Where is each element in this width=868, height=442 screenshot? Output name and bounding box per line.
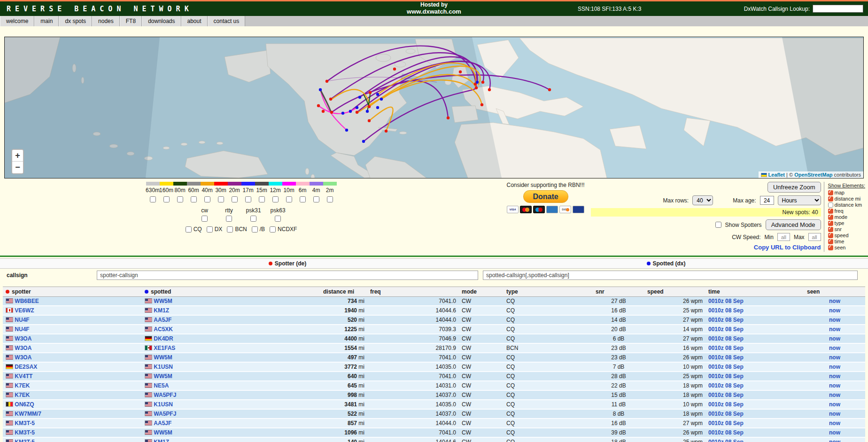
spotted-callsign-link[interactable]: NE5A	[154, 382, 169, 389]
spotted-callsign-link[interactable]: DK4DR	[154, 335, 173, 342]
spotter-callsign-link[interactable]: KW7MM/7	[15, 411, 41, 417]
type-checkbox-B[interactable]	[252, 226, 258, 233]
nav-tab-welcome[interactable]: welcome	[0, 16, 34, 26]
time-link[interactable]: 0010z 08 Sep	[708, 307, 744, 314]
seen-link[interactable]: now	[829, 439, 840, 442]
seen-link[interactable]: now	[829, 317, 840, 323]
advanced-mode-button[interactable]: Advanced Mode	[766, 219, 821, 230]
seen-link[interactable]: now	[829, 392, 840, 398]
spotted-callsign-link[interactable]: AA5JF	[154, 317, 171, 323]
checkbox-type[interactable]	[828, 221, 833, 226]
checkbox-snr[interactable]	[828, 227, 833, 232]
band-checkbox-15m[interactable]	[259, 196, 265, 202]
seen-link[interactable]: now	[829, 354, 840, 361]
spotter-callsign-link[interactable]: WB6BEE	[15, 298, 39, 304]
type-checkbox-BCN[interactable]	[227, 226, 233, 233]
seen-link[interactable]: now	[829, 429, 840, 436]
band-checkbox-10m[interactable]	[286, 196, 292, 202]
type-checkbox-DX[interactable]	[207, 226, 213, 233]
donate-button[interactable]: Donate	[523, 190, 568, 203]
spotted-callsign-link[interactable]: K1USN	[154, 401, 173, 408]
spotter-callsign-link[interactable]: W3OA	[15, 354, 31, 361]
type-checkbox-CQ[interactable]	[186, 226, 192, 233]
spotter-callsign-link[interactable]: KM3T-5	[15, 439, 35, 442]
time-link[interactable]: 0010z 08 Sep	[708, 401, 744, 408]
band-checkbox-30m[interactable]	[218, 196, 224, 202]
band-checkbox-60m[interactable]	[191, 196, 197, 202]
spotted-callsign-link[interactable]: WA5PFJ	[154, 411, 176, 417]
spotter-callsign-input[interactable]	[97, 271, 478, 280]
seen-link[interactable]: now	[829, 298, 840, 304]
checkbox-map[interactable]	[828, 190, 833, 195]
seen-link[interactable]: now	[829, 411, 840, 417]
time-link[interactable]: 0010z 08 Sep	[708, 439, 744, 442]
spotted-callsign-link[interactable]: XE1FAS	[154, 345, 175, 351]
checkbox-freq[interactable]	[828, 209, 833, 214]
spotted-callsign-link[interactable]: KM1Z	[154, 439, 169, 442]
time-link[interactable]: 0010z 08 Sep	[708, 411, 744, 417]
checkbox-mode[interactable]	[828, 215, 833, 220]
time-link[interactable]: 0010z 08 Sep	[708, 382, 744, 389]
seen-link[interactable]: now	[829, 335, 840, 342]
band-checkbox-20m[interactable]	[232, 196, 238, 202]
checkbox-seen[interactable]	[828, 245, 833, 250]
time-link[interactable]: 0010z 08 Sep	[708, 420, 744, 426]
spotted-callsign-link[interactable]: AC5XK	[154, 326, 173, 333]
spotted-callsign-link[interactable]: WW5M	[154, 429, 172, 436]
seen-link[interactable]: now	[829, 307, 840, 314]
zoom-out-button[interactable]: −	[12, 162, 23, 173]
cw-speed-min-input[interactable]	[777, 233, 790, 241]
spotted-callsign-input[interactable]	[483, 271, 858, 280]
spotted-callsign-link[interactable]: K1USN	[154, 364, 173, 370]
time-link[interactable]: 0010z 08 Sep	[708, 326, 744, 333]
seen-link[interactable]: now	[829, 345, 840, 351]
time-link[interactable]: 0010z 08 Sep	[708, 298, 744, 304]
leaflet-link[interactable]: Leaflet	[768, 172, 785, 178]
nav-tab-nodes[interactable]: nodes	[92, 16, 120, 26]
spotter-callsign-link[interactable]: NU4F	[15, 326, 29, 333]
type-checkbox-NCDXF[interactable]	[270, 226, 276, 233]
nav-tab-downloads[interactable]: downloads	[142, 16, 181, 26]
mode-checkbox-psk31[interactable]	[250, 216, 256, 222]
band-checkbox-630m[interactable]	[150, 196, 156, 202]
mode-checkbox-psk63[interactable]	[275, 216, 281, 222]
spotter-callsign-link[interactable]: KM3T-5	[15, 429, 35, 436]
callsign-lookup-input[interactable]	[813, 5, 863, 13]
time-link[interactable]: 0010z 08 Sep	[708, 335, 744, 342]
time-link[interactable]: 0010z 08 Sep	[708, 364, 744, 370]
checkbox-distance-km[interactable]	[828, 202, 833, 208]
seen-link[interactable]: now	[829, 326, 840, 333]
band-checkbox-6m[interactable]	[300, 196, 306, 202]
spotted-callsign-link[interactable]: KM1Z	[154, 307, 169, 314]
cw-speed-max-input[interactable]	[808, 233, 821, 241]
max-rows-select[interactable]: 40	[692, 195, 713, 205]
spotter-callsign-link[interactable]: K7EK	[15, 382, 30, 389]
seen-link[interactable]: now	[829, 373, 840, 380]
spotted-callsign-link[interactable]: WW5M	[154, 354, 172, 361]
time-link[interactable]: 0010z 08 Sep	[708, 354, 744, 361]
spotter-callsign-link[interactable]: KV4TT	[15, 373, 32, 380]
time-link[interactable]: 0010z 08 Sep	[708, 317, 744, 323]
spotter-callsign-link[interactable]: ON6ZQ	[15, 401, 34, 408]
max-age-unit-select[interactable]: Hours	[778, 195, 821, 205]
spotter-callsign-link[interactable]: KM3T-5	[15, 420, 35, 426]
time-link[interactable]: 0010z 08 Sep	[708, 392, 744, 398]
spotted-callsign-link[interactable]: WA5PFJ	[154, 392, 176, 398]
copy-url-link[interactable]: Copy URL to Clipboard	[754, 244, 821, 251]
checkbox-speed[interactable]	[828, 233, 833, 238]
band-checkbox-4m[interactable]	[313, 196, 319, 202]
spotted-callsign-link[interactable]: AA5JF	[154, 420, 171, 426]
checkbox-time[interactable]	[828, 239, 833, 244]
time-link[interactable]: 0010z 08 Sep	[708, 429, 744, 436]
spotter-callsign-link[interactable]: NU4F	[15, 317, 29, 323]
seen-link[interactable]: now	[829, 382, 840, 389]
nav-tab-dx-spots[interactable]: dx spots	[59, 16, 92, 26]
band-checkbox-2m[interactable]	[327, 196, 333, 202]
spotter-callsign-link[interactable]: W3OA	[15, 335, 31, 342]
spotter-callsign-link[interactable]: DE2SAX	[15, 364, 37, 370]
seen-link[interactable]: now	[829, 420, 840, 426]
mode-checkbox-rtty[interactable]	[226, 216, 232, 222]
band-checkbox-80m[interactable]	[177, 196, 183, 202]
checkbox-distance-mi[interactable]	[828, 196, 833, 202]
spotted-callsign-link[interactable]: WW5M	[154, 298, 172, 304]
